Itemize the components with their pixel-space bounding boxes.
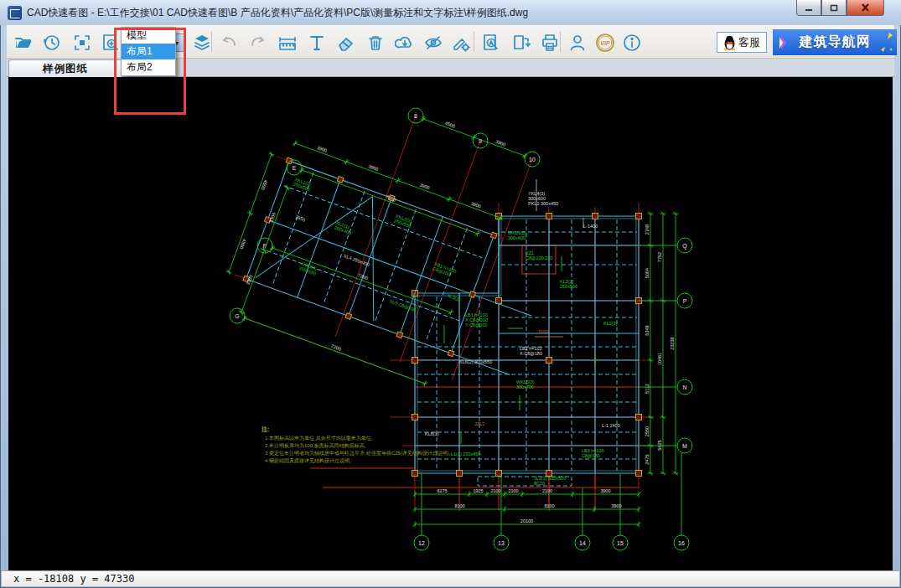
vip-icon: VIP: [594, 32, 616, 54]
print-button[interactable]: [538, 31, 562, 54]
svg-text:7752: 7752: [657, 252, 662, 262]
ruler-icon: [277, 33, 298, 53]
text-icon: [307, 33, 327, 53]
svg-text:L-1 2400: L-1 2400: [602, 423, 620, 428]
open-folder-icon: [13, 33, 34, 53]
nav-website-banner[interactable]: 建筑导航网: [773, 29, 897, 55]
toolbar-separator: [211, 32, 212, 52]
svg-text:10461: 10461: [657, 353, 662, 365]
svg-text:8: 8: [414, 113, 417, 119]
fit-view-button[interactable]: [70, 31, 94, 54]
svg-text:XKL1(2)250x500: XKL1(2)250x500: [293, 177, 313, 192]
svg-text:2475: 2475: [645, 454, 650, 464]
svg-text:2100: 2100: [542, 488, 552, 493]
trash-icon: [365, 33, 386, 53]
svg-text:8100: 8100: [544, 503, 554, 508]
page-export-icon: [511, 33, 531, 53]
svg-text:注:: 注:: [261, 426, 269, 433]
maximize-button[interactable]: [821, 0, 847, 16]
svg-text:XL2(1)200x400: XL2(1)200x400: [334, 220, 354, 235]
vip-button[interactable]: VIP: [593, 31, 617, 54]
about-button[interactable]: [620, 31, 644, 54]
printer-icon: [540, 33, 560, 53]
redo-button[interactable]: [246, 31, 270, 54]
svg-text:2.未注明板厚均为100,板面标高同结构层标高。: 2.未注明板厚均为100,板面标高同结构层标高。: [265, 442, 370, 449]
hide-annotations-button[interactable]: [422, 31, 445, 54]
measure-button[interactable]: [276, 31, 299, 54]
svg-text:Q: Q: [682, 243, 687, 250]
svg-text:3.梁定位未注明者均为轴线居中或与柱边平齐,砼强度等级C25: 3.梁定位未注明者均为轴线居中或与柱边平齐,砼强度等级C25(详见结构设计总说明…: [265, 450, 454, 456]
svg-text:KL8(1): KL8(1): [425, 431, 439, 436]
text-annotate-button[interactable]: [305, 31, 329, 54]
svg-text:5349: 5349: [645, 325, 650, 335]
svg-text:12: 12: [418, 540, 425, 546]
minimize-button[interactable]: [796, 0, 821, 16]
undo-button[interactable]: [217, 31, 241, 54]
svg-text:2748: 2748: [645, 224, 650, 235]
qq-penguin-icon: [723, 35, 736, 50]
drawing-text-labels: WKL1(2)300x600KZ1C8@100/200KL3(2)250x500…: [261, 191, 620, 486]
svg-text:YKL4(3)300x600PKL2 300x450: YKL4(3)300x600PKL2 300x450: [528, 191, 558, 206]
svg-text:2550: 2550: [645, 426, 650, 436]
find-in-page-icon: [481, 33, 501, 53]
svg-text:L-1400: L-1400: [583, 224, 598, 229]
cloud-download-button[interactable]: [393, 31, 417, 54]
svg-text:N: N: [682, 384, 686, 390]
svg-text:G: G: [235, 313, 239, 319]
layers-icon: [192, 33, 212, 53]
banner-confetti: [878, 31, 894, 54]
title-bar[interactable]: CAD快速看图 - E:\工作交接\01 CAD快速看图\B 产品化资料\产品化…: [0, 0, 901, 25]
svg-text:15: 15: [617, 540, 624, 546]
eraser-icon: [336, 33, 356, 53]
rotated-wing: XKL1(2)250x500XL2(1)200x400XKL2(2)250x50…: [234, 154, 554, 377]
svg-text:WKL1(2)300x600: WKL1(2)300x600: [508, 230, 526, 240]
svg-text:5004: 5004: [645, 268, 650, 278]
history-button[interactable]: [40, 31, 64, 54]
banner-glyph: [776, 34, 795, 52]
svg-text:E: E: [293, 165, 297, 171]
svg-text:LB1 h=100X:C8@200Y:C8@200: LB1 h=100X:C8@200Y:C8@200: [465, 312, 488, 328]
svg-text:6175: 6175: [437, 488, 447, 493]
svg-text:3900: 3900: [600, 488, 610, 493]
svg-text:KL3(2)250x500: KL3(2)250x500: [560, 279, 577, 289]
svg-text:1.本图标高以米为单位,其余尺寸均以毫米为单位。: 1.本图标高以米为单位,其余尺寸均以毫米为单位。: [265, 435, 376, 441]
svg-text:P: P: [683, 298, 687, 304]
svg-text:XKL2(2)250x500: XKL2(2)250x500: [393, 214, 413, 229]
page-export-button[interactable]: [510, 31, 533, 54]
svg-text:JZL2: JZL2: [474, 421, 484, 426]
svg-text:2100: 2100: [490, 488, 500, 493]
nav-banner-label: 建筑导航网: [800, 34, 871, 51]
svg-text:5025: 5025: [657, 440, 662, 450]
toolbar-separator: [474, 32, 474, 52]
svg-text:2850: 2850: [295, 214, 307, 223]
tab-sample-drawing[interactable]: 样例图纸: [8, 59, 122, 77]
cad-drawing: XKL1(2)250x500XL2(1)200x400XKL2(2)250x50…: [8, 77, 893, 570]
eraser-button[interactable]: [334, 31, 358, 54]
window-title: CAD快速看图 - E:\工作交接\01 CAD快速看图\B 产品化资料\产品化…: [27, 6, 528, 20]
user-icon: [567, 33, 588, 53]
window-controls: [796, 0, 884, 16]
svg-text:1925: 1925: [473, 488, 483, 493]
redo-icon: [248, 33, 268, 53]
svg-text:3900: 3900: [611, 503, 621, 508]
svg-text:8100: 8100: [454, 503, 464, 508]
close-button[interactable]: [847, 0, 884, 16]
layers-button[interactable]: [190, 31, 214, 54]
delete-button[interactable]: [364, 31, 387, 54]
svg-text:LB3 h=120C8@180: LB3 h=120C8@180: [582, 448, 604, 458]
drawing-canvas[interactable]: XKL1(2)250x500XL2(1)200x400XKL2(2)250x50…: [8, 77, 893, 570]
svg-text:JL1(1) 300x5008C20: JL1(1) 300x5008C20: [534, 476, 566, 486]
pencil-gear-icon: [451, 33, 471, 53]
svg-text:LB2 h=110X:C8@180: LB2 h=110X:C8@180: [520, 346, 542, 356]
svg-text:20100: 20100: [520, 518, 533, 524]
undo-icon: [219, 33, 239, 53]
open-file-button[interactable]: [12, 31, 35, 54]
user-account-button[interactable]: [566, 31, 589, 54]
svg-text:VIP: VIP: [600, 40, 610, 46]
annotation-settings-button[interactable]: [449, 31, 473, 54]
find-text-button[interactable]: [479, 31, 503, 54]
eye-off-icon: [423, 33, 443, 53]
svg-text:10: 10: [529, 157, 536, 162]
customer-service-button[interactable]: 客服: [717, 32, 767, 53]
axis-bubbles: 8910EFGQPNM1213141516: [230, 108, 692, 550]
